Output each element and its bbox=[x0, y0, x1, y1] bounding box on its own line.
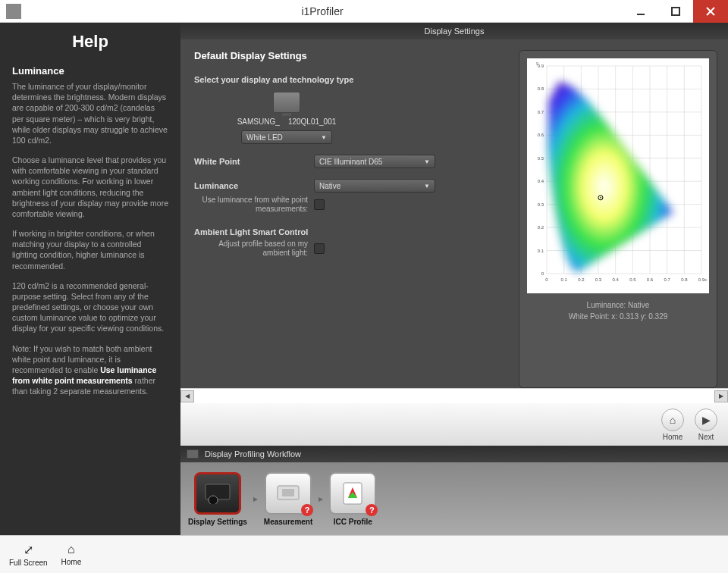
scroll-left-button[interactable]: ◀ bbox=[180, 390, 194, 402]
workflow-step-label: Measurement bbox=[264, 518, 312, 526]
svg-text:y: y bbox=[536, 61, 538, 65]
backlight-dropdown[interactable]: White LED ▼ bbox=[241, 130, 332, 144]
svg-rect-51 bbox=[282, 489, 294, 496]
nav-row: ⌂ Home ▶ Next bbox=[180, 403, 728, 446]
workflow-tile[interactable]: ? bbox=[329, 472, 376, 515]
device-name: SAMSUNG_ 120QL01_001 bbox=[226, 117, 347, 126]
chart-whitepoint-line: White Point: x: 0.313 y: 0.329 bbox=[527, 312, 709, 321]
svg-text:0.2: 0.2 bbox=[538, 225, 544, 230]
workflow-step-label: Display Settings bbox=[188, 518, 247, 526]
nav-home-button[interactable]: ⌂ Home bbox=[661, 409, 684, 441]
svg-text:0: 0 bbox=[541, 271, 544, 276]
help-section-heading: Luminance bbox=[12, 65, 168, 77]
chevron-down-icon: ▼ bbox=[321, 134, 327, 141]
workflow-tile[interactable] bbox=[194, 472, 241, 515]
workflow-step-display-settings[interactable]: Display Settings bbox=[188, 472, 247, 526]
nav-next-button[interactable]: ▶ Next bbox=[695, 409, 717, 441]
svg-text:0.1: 0.1 bbox=[560, 277, 567, 282]
svg-text:0.7: 0.7 bbox=[538, 110, 544, 114]
home-button[interactable]: ⌂ Home bbox=[61, 543, 82, 566]
dropdown-value: White LED bbox=[246, 133, 315, 142]
maximize-button[interactable] bbox=[658, 0, 693, 23]
ambient-adjust-checkbox[interactable] bbox=[314, 243, 325, 254]
svg-point-47 bbox=[600, 197, 601, 199]
monitor-icon[interactable] bbox=[273, 92, 300, 113]
svg-text:0.9: 0.9 bbox=[538, 64, 544, 68]
main-panel: Default Display Settings Select your dis… bbox=[180, 39, 728, 388]
svg-text:0.3: 0.3 bbox=[538, 202, 544, 207]
chromaticity-panel: 00.10.20.30.40.50.60.70.80.900.10.20.30.… bbox=[519, 50, 717, 388]
luminance-label: Luminance bbox=[194, 181, 314, 190]
scroll-right-button[interactable]: ▶ bbox=[714, 390, 728, 402]
help-para: Choose a luminance level that provides y… bbox=[12, 155, 168, 219]
svg-text:0.6: 0.6 bbox=[538, 133, 544, 137]
workflow-step-icc-profile[interactable]: ?ICC Profile bbox=[329, 472, 376, 526]
svg-text:0.4: 0.4 bbox=[612, 277, 619, 282]
svg-text:0.5: 0.5 bbox=[538, 156, 544, 161]
home-icon: ⌂ bbox=[67, 543, 75, 556]
luminance-from-wp-label: Use luminance from white point measureme… bbox=[194, 196, 314, 214]
svg-text:0.7: 0.7 bbox=[664, 277, 670, 282]
svg-text:0.6: 0.6 bbox=[647, 277, 654, 282]
help-badge-icon: ? bbox=[366, 504, 378, 516]
svg-text:x: x bbox=[704, 277, 707, 282]
bottom-toolbar: ⤢ Full Screen ⌂ Home bbox=[0, 535, 728, 573]
help-para: If working in brighter conditions, or wh… bbox=[12, 228, 168, 271]
svg-text:0.8: 0.8 bbox=[538, 86, 544, 91]
svg-text:0.1: 0.1 bbox=[538, 249, 544, 253]
svg-text:0.8: 0.8 bbox=[681, 277, 688, 282]
fullscreen-button[interactable]: ⤢ Full Screen bbox=[9, 543, 48, 567]
ambient-label: Ambient Light Smart Control bbox=[194, 227, 308, 236]
white-point-label: White Point bbox=[194, 157, 314, 166]
help-title: Help bbox=[12, 32, 168, 52]
luminance-from-wp-checkbox[interactable] bbox=[314, 199, 325, 210]
help-badge-icon: ? bbox=[301, 504, 313, 516]
titlebar: i1Profiler bbox=[0, 0, 728, 23]
select-display-label: Select your display and technology type bbox=[194, 75, 505, 84]
workflow-body: Display Settings▸?Measurement▸?ICC Profi… bbox=[180, 462, 728, 535]
chromaticity-chart: 00.10.20.30.40.50.60.70.80.900.10.20.30.… bbox=[527, 58, 709, 293]
horizontal-scrollbar[interactable]: ◀ ▶ bbox=[180, 388, 728, 403]
monitor-icon bbox=[187, 449, 199, 459]
workflow-header: Display Profiling Workflow bbox=[180, 446, 728, 462]
workflow-title: Display Profiling Workflow bbox=[205, 449, 301, 459]
chevron-right-icon: ▸ bbox=[253, 493, 258, 504]
workflow-step-label: ICC Profile bbox=[334, 518, 372, 526]
app-icon bbox=[6, 4, 21, 19]
header-strip: Display Settings bbox=[180, 23, 728, 39]
ambient-adjust-label: Adjust profile based on my ambient light… bbox=[194, 240, 314, 258]
svg-point-49 bbox=[209, 496, 218, 504]
svg-text:0.2: 0.2 bbox=[578, 277, 585, 282]
home-icon: ⌂ bbox=[661, 409, 684, 431]
window-title: i1Profiler bbox=[21, 5, 623, 17]
help-para: 120 cd/m2 is a recommended general-purpo… bbox=[12, 280, 168, 334]
white-point-dropdown[interactable]: CIE Illuminant D65 ▼ bbox=[314, 155, 435, 168]
svg-text:0.3: 0.3 bbox=[595, 277, 602, 282]
page-title: Default Display Settings bbox=[194, 50, 505, 61]
svg-text:0.5: 0.5 bbox=[629, 277, 636, 282]
fullscreen-icon: ⤢ bbox=[24, 543, 33, 557]
help-para: Note: If you wish to match both ambient … bbox=[12, 343, 168, 397]
close-button[interactable] bbox=[693, 0, 728, 23]
chevron-right-icon: ▸ bbox=[318, 493, 323, 504]
svg-text:0: 0 bbox=[545, 277, 548, 282]
svg-rect-48 bbox=[206, 484, 230, 499]
chevron-down-icon: ▼ bbox=[424, 183, 430, 189]
chart-luminance-line: Luminance: Native bbox=[527, 301, 709, 309]
svg-rect-1 bbox=[672, 8, 679, 15]
play-icon: ▶ bbox=[695, 409, 717, 431]
help-para: The luminance of your display/monitor de… bbox=[12, 81, 168, 146]
chevron-down-icon: ▼ bbox=[424, 158, 430, 165]
settings-column: Default Display Settings Select your dis… bbox=[180, 39, 519, 388]
dropdown-value: Native bbox=[319, 182, 418, 190]
dropdown-value: CIE Illuminant D65 bbox=[319, 158, 418, 166]
help-panel: Help Luminance The luminance of your dis… bbox=[0, 23, 180, 535]
device-block: SAMSUNG_ 120QL01_001 White LED ▼ bbox=[226, 92, 347, 144]
luminance-dropdown[interactable]: Native ▼ bbox=[314, 179, 435, 193]
svg-text:0.4: 0.4 bbox=[538, 179, 544, 183]
workflow-step-measurement[interactable]: ?Measurement bbox=[264, 472, 312, 526]
minimize-button[interactable] bbox=[623, 0, 658, 23]
workflow-tile[interactable]: ? bbox=[265, 472, 312, 515]
